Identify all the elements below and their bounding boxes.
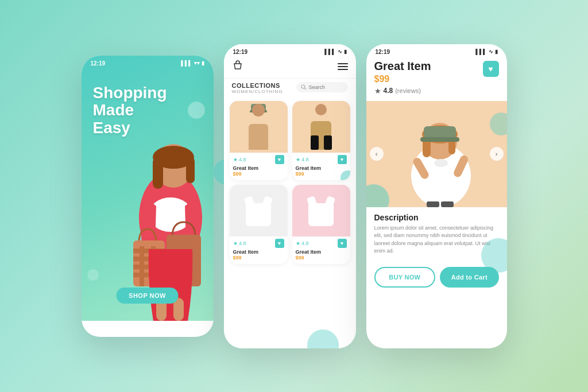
product-price-1: $99 [233, 171, 284, 177]
status-time-2: 12:19 [233, 49, 248, 55]
status-time-3: 12:19 [376, 49, 390, 55]
product-image-3 [230, 185, 288, 236]
product-image-4 [292, 185, 350, 236]
subcategory-label: WOMEN/CLOTHING [232, 89, 283, 94]
tshirt-icon-3 [244, 195, 273, 226]
signal-icon-3: ▌▌▌ [475, 49, 486, 55]
svg-rect-25 [420, 137, 459, 142]
wishlist-btn-2[interactable] [338, 155, 347, 164]
battery-icon-2: ▮ [344, 49, 347, 55]
phone-screen-1: 12:19 ▌▌▌ ▾▾ ▮ Shopping Made Easy [82, 56, 214, 337]
product-price-4: $99 [296, 255, 347, 261]
product-name-3: Great Item [233, 249, 284, 255]
prev-image-button[interactable]: ‹ [370, 147, 384, 161]
product-card-4[interactable]: ★ 4.8 Great Item $99 [292, 185, 350, 264]
detail-rating-label: (reviews) [395, 87, 421, 94]
product-name-2: Great Item [296, 165, 347, 171]
product-detail-image-svg [366, 101, 507, 207]
product-card-1[interactable]: ★ 4.8 Great Item $99 [230, 101, 288, 180]
product-card-3[interactable]: ★ 4.8 Great Item $99 [230, 185, 288, 264]
hero-screen: Shopping Made Easy [82, 56, 214, 321]
svg-rect-4 [186, 157, 195, 183]
collections-bar: COLLECTIONS WOMEN/CLOTHING [224, 79, 356, 98]
status-icons-2: ▌▌▌ ∿ ▮ [324, 49, 346, 55]
search-bar[interactable] [296, 82, 348, 92]
status-bar-2: 12:19 ▌▌▌ ∿ ▮ [224, 44, 356, 57]
status-time-1: 12:19 [91, 60, 106, 67]
deco-circle-bottom-2 [307, 329, 339, 348]
svg-point-16 [301, 85, 305, 88]
product-stars-2: ★ 4.8 [296, 157, 309, 162]
detail-rating-value: 4.8 [384, 87, 393, 95]
battery-icon-1: ▮ [202, 60, 204, 66]
phone-screen-2: 12:19 ▌▌▌ ∿ ▮ COLLECTIONS [224, 44, 356, 348]
shop-now-button[interactable]: SHOP NOW [116, 288, 179, 304]
product-stars-1: ★ 4.8 [233, 157, 246, 162]
description-text: Lorem ipsum dolor sit amet, consectetuer… [374, 224, 499, 255]
wifi-icon-1: ▾▾ [194, 60, 200, 66]
collections-label: COLLECTIONS [232, 82, 283, 89]
status-icons-3: ▌▌▌ ∿ ▮ [475, 49, 497, 55]
tshirt-icon-4 [307, 195, 335, 226]
svg-rect-30 [441, 201, 454, 207]
detail-rating: ★ 4.8 (reviews) [374, 87, 431, 95]
detail-product-price: $99 [374, 74, 431, 84]
status-bar-3: 12:19 ▌▌▌ ∿ ▮ [366, 44, 507, 57]
signal-icon-1: ▌▌▌ [181, 60, 192, 66]
status-icons-1: ▌▌▌ ▾▾ ▮ [181, 60, 204, 66]
wishlist-btn-4[interactable] [338, 239, 347, 248]
product-name-1: Great Item [233, 165, 284, 171]
hero-headline: Shopping Made Easy [93, 84, 167, 137]
product-price-3: $99 [233, 255, 284, 261]
product-stars-3: ★ 4.8 [233, 240, 246, 246]
svg-point-28 [434, 159, 448, 167]
buy-now-button[interactable]: BUY NOW [374, 267, 436, 288]
product-image-2 [292, 101, 350, 153]
search-input[interactable] [309, 84, 343, 90]
product-image-1 [230, 101, 288, 153]
svg-rect-24 [424, 126, 456, 139]
svg-rect-3 [153, 157, 163, 189]
bag-icon [232, 60, 243, 73]
battery-icon-3: ▮ [495, 49, 498, 55]
product-name-4: Great Item [296, 249, 347, 255]
next-image-button[interactable]: › [490, 147, 504, 161]
detail-product-title: Great Item [374, 60, 431, 73]
wifi-icon-2: ∿ [338, 49, 342, 55]
product-grid: ★ 4.8 Great Item $99 [224, 98, 356, 267]
product-price-2: $99 [296, 171, 347, 177]
collections-header [224, 57, 356, 79]
product-card-2[interactable]: ★ 4.8 Great Item $99 [292, 101, 350, 180]
svg-line-17 [304, 88, 306, 90]
wifi-icon-3: ∿ [489, 49, 493, 55]
status-bar-1: 12:19 ▌▌▌ ▾▾ ▮ [82, 56, 214, 69]
deco-circle-small [87, 269, 99, 281]
phone-screen-3: 12:19 ▌▌▌ ∿ ▮ Great Item $99 ★ 4.8 (revi… [366, 44, 507, 348]
detail-header: Great Item $99 ★ 4.8 (reviews) [366, 57, 507, 101]
hero-text: Shopping Made Easy [93, 84, 167, 137]
search-icon [301, 84, 307, 90]
detail-stars: ★ [374, 87, 381, 95]
product-main-image: ‹ › [366, 101, 507, 207]
wishlist-btn-1[interactable] [275, 155, 284, 164]
description-section: Description Lorem ipsum dolor sit amet, … [366, 207, 507, 261]
product-stars-4: ★ 4.8 [296, 240, 309, 246]
detail-wishlist-button[interactable] [483, 61, 499, 77]
svg-rect-29 [427, 201, 439, 207]
wishlist-btn-3[interactable] [275, 239, 284, 248]
menu-icon[interactable] [338, 63, 348, 70]
signal-icon-2: ▌▌▌ [324, 49, 335, 55]
description-title: Description [374, 213, 499, 222]
